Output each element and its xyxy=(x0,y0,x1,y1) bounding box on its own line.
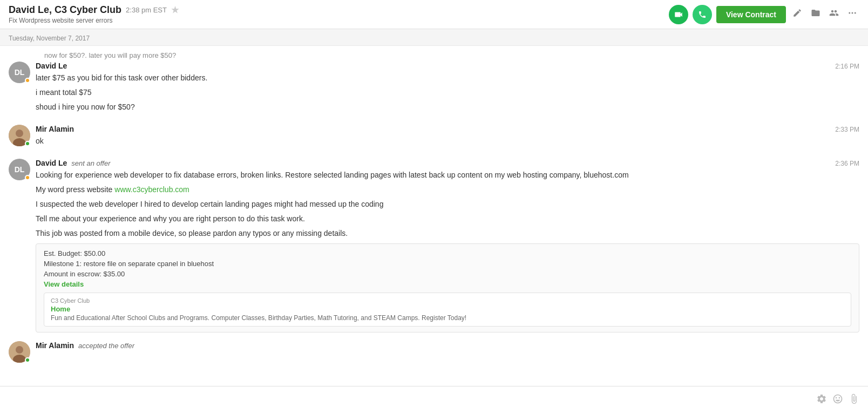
website-link[interactable]: www.c3cyberclub.com xyxy=(114,185,189,194)
svg-point-1 xyxy=(852,12,853,14)
status-dot-online xyxy=(25,141,30,146)
sender-action: accepted the offer xyxy=(78,342,134,350)
message-group: Mir Alamin 2:33 PM ok xyxy=(9,125,859,150)
message-text: later $75 as you bid for this task over … xyxy=(36,72,859,113)
date-separator: Tuesday, November 7, 2017 xyxy=(0,29,868,46)
input-bar xyxy=(0,386,868,414)
offer-box: Est. Budget: $50.00 Milestone 1: restore… xyxy=(36,243,859,332)
conversation-title: David Le, C3 Cyber Club xyxy=(9,4,121,16)
message-time: 2:16 PM xyxy=(835,63,859,70)
message-text: ok xyxy=(36,135,859,147)
svg-point-0 xyxy=(849,12,850,14)
avatar xyxy=(9,125,30,146)
video-button[interactable] xyxy=(669,5,688,24)
people-button[interactable] xyxy=(827,6,841,23)
view-contract-button[interactable]: View Contract xyxy=(716,6,786,23)
view-details-link[interactable]: View details xyxy=(44,280,84,288)
header-title-group: David Le, C3 Cyber Club 2:38 pm EST ★ xyxy=(9,4,179,16)
messages-area[interactable]: now for $50?. later you will pay more $5… xyxy=(0,46,868,386)
svg-point-2 xyxy=(855,12,856,14)
video-icon xyxy=(674,10,683,19)
more-options-button[interactable] xyxy=(845,6,859,23)
message-header: Mir Alamin accepted the offer xyxy=(36,341,859,350)
emoji-icon[interactable] xyxy=(832,393,843,407)
people-icon xyxy=(829,8,839,18)
message-content: Mir Alamin 2:33 PM ok xyxy=(36,125,859,150)
offer-budget: Est. Budget: $50.00 xyxy=(44,249,851,257)
message-group: DL David Le 2:16 PM later $75 as you bid… xyxy=(9,62,859,116)
avatar: DL xyxy=(9,159,30,180)
phone-icon xyxy=(698,10,707,19)
link-preview-title: Home xyxy=(51,305,844,313)
attachment-icon[interactable] xyxy=(849,393,859,407)
message-text: Looking for experience web developer to … xyxy=(36,169,859,239)
message-time: 2:33 PM xyxy=(835,126,859,133)
status-dot-away xyxy=(25,78,30,83)
sender-name: Mir Alamin xyxy=(36,341,74,350)
link-preview-desc: Fun and Educational After School Clubs a… xyxy=(51,314,844,322)
offer-milestone: Milestone 1: restore file on separate cp… xyxy=(44,260,851,268)
sender-name: David Le xyxy=(36,159,67,167)
avatar xyxy=(9,341,30,363)
sender-name: David Le xyxy=(36,62,67,70)
partial-message: now for $50?. later you will pay more $5… xyxy=(9,50,859,59)
settings-icon[interactable] xyxy=(816,393,827,407)
folder-button[interactable] xyxy=(809,6,823,23)
message-time: 2:36 PM xyxy=(835,160,859,167)
folder-icon xyxy=(811,8,820,18)
ellipsis-icon xyxy=(847,8,857,18)
offer-escrow: Amount in escrow: $35.00 xyxy=(44,270,851,278)
message-content: Mir Alamin accepted the offer xyxy=(36,341,859,352)
header-subtitle: Fix Wordpress website server errors xyxy=(9,17,179,24)
link-preview-site: C3 Cyber Club xyxy=(51,297,844,304)
header-left: David Le, C3 Cyber Club 2:38 pm EST ★ Fi… xyxy=(9,4,179,24)
link-preview: C3 Cyber Club Home Fun and Educational A… xyxy=(44,293,851,327)
header-time: 2:38 pm EST xyxy=(126,6,167,14)
message-content: David Le 2:16 PM later $75 as you bid fo… xyxy=(36,62,859,116)
svg-point-7 xyxy=(16,346,23,354)
message-content: David Le sent an offer 2:36 PM Looking f… xyxy=(36,159,859,332)
message-header: David Le 2:16 PM xyxy=(36,62,859,70)
sender-name: Mir Alamin xyxy=(36,125,74,133)
pencil-icon xyxy=(792,8,802,18)
input-bar-icons xyxy=(816,393,859,407)
message-group: Mir Alamin accepted the offer xyxy=(9,341,859,363)
phone-button[interactable] xyxy=(693,5,712,24)
avatar: DL xyxy=(9,62,30,83)
message-header: David Le sent an offer 2:36 PM xyxy=(36,159,859,167)
header: David Le, C3 Cyber Club 2:38 pm EST ★ Fi… xyxy=(0,0,868,29)
pencil-button[interactable] xyxy=(790,6,804,23)
message-group: DL David Le sent an offer 2:36 PM Lookin… xyxy=(9,159,859,332)
status-dot-away xyxy=(25,175,30,180)
status-dot-online xyxy=(25,357,30,363)
sender-action: sent an offer xyxy=(71,159,110,167)
header-actions: View Contract xyxy=(669,5,859,24)
star-icon[interactable]: ★ xyxy=(171,5,179,15)
message-header: Mir Alamin 2:33 PM xyxy=(36,125,859,133)
svg-point-4 xyxy=(16,130,23,137)
